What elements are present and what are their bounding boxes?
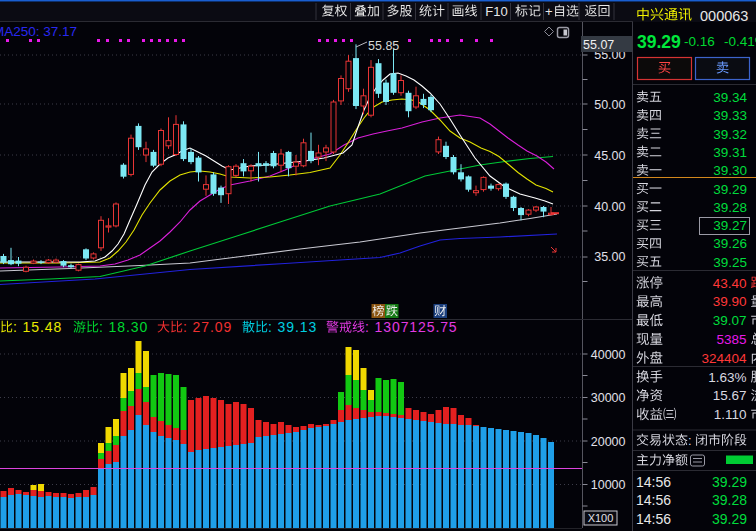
svg-text:: 27.09: : 27.09 (183, 319, 232, 335)
svg-text:43.40: 43.40 (713, 276, 747, 291)
svg-text:14:56: 14:56 (636, 492, 671, 508)
svg-text:15.67: 15.67 (713, 388, 747, 403)
svg-text:50.00: 50.00 (594, 98, 625, 112)
svg-text:45.00: 45.00 (594, 149, 625, 163)
svg-text:: 15.48: : 15.48 (13, 319, 62, 335)
svg-text:5385: 5385 (716, 332, 746, 347)
svg-text:39.29: 39.29 (637, 32, 681, 52)
svg-text:39.31: 39.31 (713, 145, 747, 160)
svg-text:39.29: 39.29 (712, 474, 747, 490)
svg-text:39.27: 39.27 (713, 218, 747, 233)
svg-text:39.07: 39.07 (713, 313, 747, 328)
svg-text:10000: 10000 (591, 478, 626, 492)
svg-text:X100: X100 (588, 512, 614, 524)
svg-text:39.90: 39.90 (713, 294, 747, 309)
svg-text:MA250: 37.17: MA250: 37.17 (0, 24, 77, 39)
svg-text:40.00: 40.00 (594, 200, 625, 214)
svg-text:35.00: 35.00 (594, 250, 625, 264)
svg-text:39.34: 39.34 (713, 90, 747, 105)
svg-text:39.29: 39.29 (712, 511, 747, 527)
svg-text::: : (688, 433, 692, 448)
svg-text:000063: 000063 (700, 8, 748, 24)
svg-text:14:56: 14:56 (636, 511, 671, 527)
svg-text:1.63%: 1.63% (708, 370, 746, 385)
svg-text:F10: F10 (485, 4, 507, 19)
svg-text:: 18.30: : 18.30 (99, 319, 148, 335)
svg-text:55.85: 55.85 (368, 39, 399, 53)
svg-text:39.28: 39.28 (713, 200, 747, 215)
svg-text:324404: 324404 (701, 351, 747, 366)
svg-text:30000: 30000 (591, 391, 626, 405)
svg-text:: 39.13: : 39.13 (268, 319, 317, 335)
svg-text:: 1307125.75: : 1307125.75 (365, 319, 458, 335)
svg-text:39.26: 39.26 (713, 236, 747, 251)
svg-text:39.33: 39.33 (713, 108, 747, 123)
svg-text:+: + (545, 4, 553, 19)
svg-text:-0.41%: -0.41% (724, 34, 756, 49)
svg-text:20000: 20000 (591, 435, 626, 449)
svg-text:1.110: 1.110 (714, 407, 747, 422)
svg-text:14:56: 14:56 (636, 474, 671, 490)
svg-text:55.07: 55.07 (583, 38, 614, 52)
svg-text:39.25: 39.25 (713, 255, 747, 270)
svg-text:39.28: 39.28 (712, 492, 747, 508)
svg-text:39.29: 39.29 (713, 182, 747, 197)
svg-text:39.30: 39.30 (713, 163, 747, 178)
svg-text:-0.16: -0.16 (684, 34, 715, 49)
svg-text:40000: 40000 (591, 348, 626, 362)
svg-text:39.32: 39.32 (713, 127, 747, 142)
